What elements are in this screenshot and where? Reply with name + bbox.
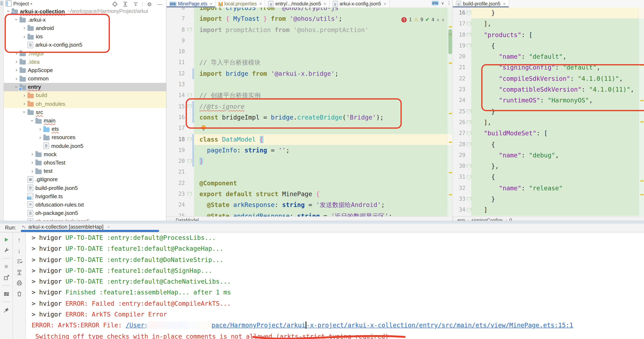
error-stripe[interactable] — [638, 8, 644, 217]
stripe-mark[interactable] — [640, 121, 644, 122]
project-panel-title[interactable]: Project — [13, 1, 29, 7]
trash-icon[interactable] — [16, 290, 23, 297]
file-link[interactable]: -x-project/arkui-x-collection/entry/src/… — [306, 322, 573, 329]
tree-row-module.json5[interactable]: module.json5 — [4, 142, 166, 150]
code-line-24[interactable]: 24 "runtimeOS": "HarmonyOS", — [453, 95, 644, 106]
tree-chevron-icon[interactable]: › — [13, 76, 20, 81]
tree-row-build[interactable]: ›build — [4, 91, 166, 100]
tree-chevron-icon[interactable]: › — [29, 117, 35, 124]
code-line-10[interactable]: 10 — [166, 46, 453, 57]
collapse-all-icon[interactable] — [132, 1, 140, 8]
code-line-14[interactable]: 14// 创建平台桥接实例 — [166, 90, 453, 101]
tree-chevron-icon[interactable]: › — [13, 59, 20, 65]
code-line-31[interactable]: 31 { — [453, 172, 644, 183]
hide-panel-icon[interactable]: — — [156, 1, 164, 8]
fold-marker-icon[interactable] — [467, 142, 471, 147]
hidden-tab-ets-icon[interactable]: ETS — [432, 1, 438, 6]
tree-row-mock[interactable]: ›mock — [4, 150, 166, 158]
next-issue-icon[interactable]: ∨ — [442, 17, 444, 22]
pin-icon[interactable] — [2, 306, 10, 313]
code-line-17[interactable]: 17 — [166, 123, 453, 134]
fold-marker-icon[interactable] — [467, 175, 471, 180]
tree-chevron-icon[interactable]: › — [21, 25, 28, 31]
tree-row-.idea[interactable]: ›.idea — [4, 58, 166, 66]
code-line-17[interactable]: 17 ], — [453, 19, 644, 30]
code-line-21[interactable]: 21 — [166, 167, 453, 178]
code-line-22[interactable]: 22 "compileSdkVersion": "4.1.0(11)", — [453, 73, 644, 84]
tree-row-.gitignore[interactable]: .gitignore — [4, 175, 166, 184]
tree-row-src[interactable]: ›src — [4, 108, 166, 116]
close-icon[interactable]: × — [503, 1, 506, 6]
scroll-to-end-icon[interactable] — [16, 268, 23, 276]
tree-chevron-icon[interactable]: › — [21, 93, 28, 98]
code-line-9[interactable]: 9 — [166, 35, 453, 47]
stripe-mark[interactable] — [449, 113, 452, 114]
close-icon[interactable]: × — [324, 1, 326, 6]
code-line-24[interactable]: 24 @State arkResponse: string = '发送数据给An… — [166, 200, 453, 211]
code-line-23[interactable]: 23 "compatibleSdkVersion": "4.1.0(11)", — [453, 84, 644, 95]
tree-chevron-icon[interactable]: › — [29, 151, 36, 157]
fold-marker-icon[interactable] — [187, 94, 192, 99]
fold-marker-icon[interactable] — [467, 33, 471, 38]
stripe-mark[interactable] — [640, 100, 644, 101]
tree-row-arkui-x-collection[interactable]: ›arkui-x-collection~/workspace/HarmonyPr… — [4, 7, 166, 16]
stripe-mark[interactable] — [449, 172, 452, 173]
code-line-22[interactable]: 22@Component — [166, 178, 453, 189]
rerun-icon[interactable] — [2, 236, 10, 243]
tab-build-profile[interactable]: build-profile.json5 × — [453, 0, 509, 8]
fold-marker-icon[interactable] — [467, 44, 471, 49]
code-line-20[interactable]: 20} — [166, 156, 453, 167]
fold-marker-icon[interactable] — [467, 120, 471, 125]
code-line-12[interactable]: 12import bridge from '@arkui-x.bridge'; — [166, 68, 453, 79]
tab-MinePage.ets[interactable]: ETSMinePage.ets× — [166, 0, 216, 8]
run-console[interactable]: > hvigor UP-TO-DATE :entry:default@Proce… — [26, 232, 644, 339]
fold-marker-icon[interactable] — [187, 137, 192, 142]
tree-row-hvigorfile.ts[interactable]: hvigorfile.ts — [4, 192, 166, 200]
code-line-27[interactable]: 27 "buildModeSet": [ — [453, 128, 644, 139]
code-editor[interactable]: 6import cryptoJS from '@ohos/crypto-js'7… — [166, 8, 453, 217]
chevron-down-icon[interactable]: ▾ — [30, 2, 32, 6]
fold-marker-icon[interactable] — [467, 164, 471, 169]
tree-chevron-icon[interactable]: › — [14, 17, 19, 23]
open-in-window-icon[interactable] — [2, 274, 10, 281]
tree-chevron-icon[interactable]: › — [29, 160, 36, 166]
code-line-11[interactable]: 11// 导入平台桥接模块 — [166, 57, 453, 68]
code-line-18[interactable]: 18class DataModel { — [166, 134, 453, 145]
tabs-chevron-down-icon[interactable]: ∨ — [441, 1, 444, 6]
code-line-19[interactable]: 19 pageInfo: string = ''; — [166, 145, 453, 156]
code-line-23[interactable]: 23export default struct MinePage { — [166, 189, 453, 200]
fold-marker-icon[interactable] — [187, 104, 192, 109]
tree-chevron-icon[interactable]: › — [29, 168, 36, 174]
close-icon[interactable]: × — [107, 224, 110, 229]
close-icon[interactable]: × — [259, 1, 262, 6]
code-line-26[interactable]: 26 ], — [453, 117, 644, 128]
tree-chevron-icon[interactable]: › — [21, 101, 28, 107]
file-link[interactable]: pace/HarmonyProject/arkui — [212, 322, 306, 329]
tree-row-ohosTest[interactable]: ›ohosTest — [4, 158, 166, 167]
soft-wrap-icon[interactable] — [16, 257, 23, 265]
tree-row-oh_modules[interactable]: ›oh_modules — [4, 100, 166, 108]
fold-marker-icon[interactable] — [187, 28, 192, 33]
scrollbar-thumb[interactable] — [448, 29, 452, 54]
stop-icon[interactable] — [2, 263, 10, 270]
expand-all-icon[interactable] — [122, 1, 129, 8]
stripe-mark[interactable] — [640, 65, 644, 66]
code-line-16[interactable]: 16 } — [453, 8, 644, 19]
run-tab[interactable]: arkui-x-collection [assembleHap] × — [21, 224, 110, 230]
stripe-mark[interactable] — [449, 26, 452, 28]
code-line-20[interactable]: 20 "name": "default", — [453, 51, 644, 62]
tree-row-test[interactable]: ›test — [4, 167, 166, 175]
close-icon[interactable]: × — [210, 1, 212, 6]
tree-row-resources[interactable]: ›resources — [4, 133, 166, 142]
code-editor[interactable]: 16 }17 ],18 "products": [19 {20 "name": … — [453, 8, 644, 217]
tree-row-.arkui-x[interactable]: ›.arkui-x — [4, 16, 166, 24]
fold-marker-icon[interactable] — [467, 11, 471, 16]
tree-chevron-icon[interactable]: › — [21, 34, 28, 39]
up-stack-icon[interactable]: ↑ — [16, 236, 23, 243]
stripe-mark[interactable] — [640, 194, 644, 195]
tree-row-arkui-x-config.json5[interactable]: arkui-x-config.json5 — [4, 41, 166, 49]
code-line-25[interactable]: 25 @State androidResponse: string = '近日的… — [166, 210, 453, 217]
tree-chevron-icon[interactable]: › — [22, 109, 27, 115]
tab-arkui-x-config.json5[interactable]: arkui-x-config.json5× — [330, 0, 390, 8]
tree-chevron-icon[interactable]: › — [37, 135, 43, 140]
